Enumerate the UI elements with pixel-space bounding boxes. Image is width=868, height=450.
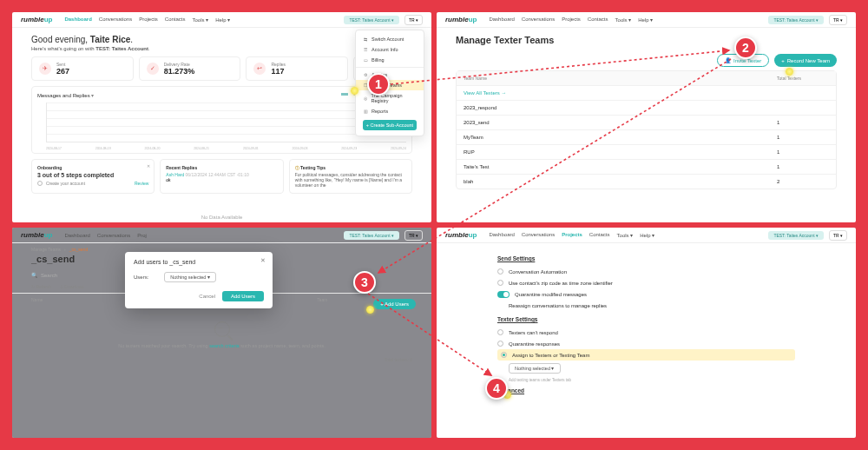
search-criteria-link[interactable]: search criteria bbox=[209, 343, 240, 348]
nav-help[interactable]: Help ▾ bbox=[638, 17, 653, 23]
teams-table: Team NameTotal Texters View All Texters … bbox=[456, 70, 837, 189]
hint-text: Add texting teams under Texters tab bbox=[497, 378, 795, 382]
advanced-title: Advanced bbox=[497, 387, 795, 394]
create-subaccount-button[interactable]: + Create Sub-Account bbox=[363, 120, 417, 130]
close-icon[interactable]: ✕ bbox=[147, 163, 150, 169]
stat-sent: ✈ Sent267 bbox=[31, 56, 134, 81]
nav-conversations[interactable]: Conversations bbox=[522, 17, 555, 23]
switch-icon: ⇆ bbox=[363, 36, 368, 42]
nav-links: Dashboard Conversations Projects Contact… bbox=[64, 17, 230, 23]
nav-projects[interactable]: Projects bbox=[562, 17, 581, 23]
table-row[interactable]: blah2 bbox=[457, 175, 836, 189]
step-circle-icon bbox=[37, 181, 43, 186]
search-empty-icon bbox=[214, 321, 230, 337]
user-menu[interactable]: TR ▾ bbox=[404, 15, 423, 25]
table-row[interactable]: 2023_send1 bbox=[457, 116, 836, 130]
setting-row[interactable]: Reassign conversations to manage replies bbox=[497, 301, 795, 311]
stat-delivery: ✓ Delivery Rate81.273% bbox=[139, 56, 241, 81]
users-select[interactable]: Nothing selected ▾ bbox=[164, 272, 216, 282]
new-team-button[interactable]: +Record New Team bbox=[774, 54, 837, 67]
team-select[interactable]: Nothing selected ▾ bbox=[509, 363, 561, 374]
gear-icon: ⚙ bbox=[363, 72, 368, 77]
stat-replies: ↩ Replies117 bbox=[246, 56, 348, 81]
modal-title: Add users to _cs_send bbox=[134, 259, 264, 265]
chevron-down-icon: ▾ bbox=[206, 17, 208, 23]
logo: rumbleup bbox=[21, 16, 52, 23]
radio-icon[interactable] bbox=[501, 352, 507, 358]
nav-conversations[interactable]: Conversations bbox=[99, 17, 132, 23]
cancel-button[interactable]: Cancel bbox=[199, 294, 215, 299]
panel-dashboard: rumbleup Dashboard Conversations Project… bbox=[12, 12, 431, 222]
reply-icon: ↩ bbox=[253, 63, 266, 75]
nav-tools[interactable]: Tools ▾ bbox=[193, 17, 209, 23]
panel-add-users: rumbleup Dashboard Conversations Proj TE… bbox=[12, 228, 431, 438]
table-row[interactable]: 2023_respond bbox=[457, 101, 836, 116]
step-badge-2: 2 bbox=[734, 36, 757, 59]
dd-texting-teams[interactable]: ☐Texting Teams bbox=[356, 80, 424, 90]
dd-switch-account[interactable]: ⇆Switch Account bbox=[356, 34, 424, 44]
recent-replies-card: Recent Replies Ash Hard 06/12/2024 12:44… bbox=[160, 159, 283, 194]
dd-billing[interactable]: ▭Billing bbox=[356, 55, 424, 65]
nav-projects[interactable]: Projects bbox=[562, 232, 582, 238]
radio-icon[interactable] bbox=[497, 329, 503, 335]
download-button[interactable]: ⇩ Download bbox=[60, 284, 84, 289]
toggle-icon[interactable] bbox=[497, 291, 510, 298]
send-settings-title: Send Settings bbox=[497, 255, 795, 261]
no-data-label: No Data Available bbox=[12, 215, 431, 220]
onboarding-card: ✕ Onboarding 3 out of 5 steps completed … bbox=[31, 159, 155, 194]
refresh-button[interactable]: ↻ Refresh bbox=[31, 284, 51, 289]
table-row[interactable]: MyTeam1 bbox=[457, 130, 836, 145]
setting-row[interactable]: Use contact's zip code as time zone iden… bbox=[497, 277, 795, 288]
panel-project-settings: rumbleup Dashboard Conversations Project… bbox=[437, 228, 856, 438]
total-texters: Total texters: 0 bbox=[12, 352, 431, 367]
legend-swatch bbox=[341, 93, 348, 96]
user-menu[interactable]: TR ▾ bbox=[829, 15, 847, 25]
dd-reports[interactable]: ▥Reports bbox=[356, 106, 424, 116]
nav-tools[interactable]: Tools ▾ bbox=[615, 17, 632, 23]
panel-teams: rumbleup Dashboard Conversations Project… bbox=[437, 12, 856, 222]
dd-admins[interactable]: ⚙Admins bbox=[356, 69, 424, 80]
account-switcher[interactable]: TEST: Taites Account ▾ bbox=[344, 16, 399, 24]
view-all-link[interactable]: View All Texters → bbox=[464, 90, 777, 96]
close-icon[interactable]: ✕ bbox=[260, 257, 266, 264]
user-icon: 👤 bbox=[725, 57, 731, 63]
assign-team-row[interactable]: Assign to Texters or Texting Team bbox=[497, 349, 795, 361]
list-icon: ☰ bbox=[363, 47, 368, 52]
plus-icon: + bbox=[781, 58, 785, 63]
nav-projects[interactable]: Projects bbox=[139, 17, 158, 23]
setting-row[interactable]: Quarantine modified messages bbox=[497, 288, 795, 301]
account-switcher[interactable]: TEST: Taites Account ▾ bbox=[768, 16, 824, 24]
nav-contacts[interactable]: Contacts bbox=[588, 17, 608, 23]
step-badge-4: 4 bbox=[485, 377, 508, 400]
card-icon: ▭ bbox=[363, 57, 368, 63]
search-icon: 🔍 bbox=[31, 272, 37, 278]
table-row[interactable]: RUP1 bbox=[457, 145, 836, 160]
table-row[interactable]: Taite's Test1 bbox=[457, 160, 836, 175]
report-icon: ▥ bbox=[363, 109, 368, 114]
review-link[interactable]: Review bbox=[135, 181, 148, 186]
check-icon: ✓ bbox=[147, 63, 159, 75]
dd-campaign-registry[interactable]: ◎The Campaign Registry bbox=[356, 90, 424, 106]
add-users-submit[interactable]: Add Users bbox=[222, 291, 264, 301]
tutorial-grid: rumbleup Dashboard Conversations Project… bbox=[12, 12, 856, 438]
nav-dashboard[interactable]: Dashboard bbox=[64, 17, 91, 23]
users-label: Users: bbox=[134, 275, 148, 280]
texting-tips-card: ⓘ Texting Tips For political messages, c… bbox=[289, 159, 412, 194]
dd-account-info[interactable]: ☰Account Info bbox=[356, 44, 424, 55]
radio-icon[interactable] bbox=[497, 341, 503, 347]
paper-plane-icon: ✈ bbox=[39, 63, 51, 75]
step-badge-3: 3 bbox=[353, 271, 376, 294]
chart-x-axis: 2024-08-172024-08-192024-08-202024-08-21… bbox=[46, 147, 406, 150]
navbar: rumbleup Dashboard Conversations Project… bbox=[12, 12, 431, 28]
account-dropdown: ⇆Switch Account ☰Account Info ▭Billing ⚙… bbox=[355, 30, 424, 136]
nav-contacts[interactable]: Contacts bbox=[165, 17, 186, 23]
nav-dashboard[interactable]: Dashboard bbox=[489, 17, 514, 23]
cursor-highlight bbox=[786, 68, 793, 76]
setting-row[interactable]: Quarantine responses bbox=[497, 338, 795, 349]
cursor-highlight bbox=[366, 306, 374, 314]
nav-help[interactable]: Help ▾ bbox=[215, 17, 230, 23]
radio-icon[interactable] bbox=[497, 280, 503, 286]
setting-row[interactable]: Conversation Automation bbox=[497, 266, 795, 277]
setting-row[interactable]: Texters can't respond bbox=[497, 327, 795, 338]
radio-icon[interactable] bbox=[497, 268, 503, 275]
